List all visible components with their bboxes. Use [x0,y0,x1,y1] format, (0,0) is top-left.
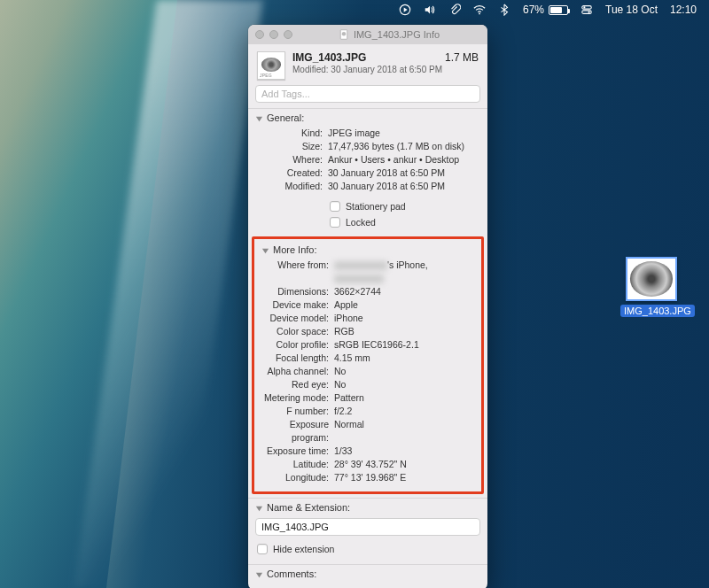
svg-point-7 [588,12,590,13]
chevron-down-icon [255,570,263,578]
longitude-value: 77° 13' 19.968" E [332,471,472,484]
exposure-program-label: Exposure program: [263,418,332,445]
bluetooth-icon[interactable] [498,4,510,16]
name-ext-heading: Name & Extension: [267,502,350,513]
metering-mode-label: Metering mode: [263,391,332,405]
name-extension-value: IMG_1403.JPG [261,522,329,532]
svg-point-5 [583,6,585,8]
stationery-checkbox[interactable] [330,201,340,212]
more-info-heading: More Info: [273,244,317,255]
window-title: IMG_1403.JPG Info [354,29,440,40]
kind-label: Kind: [257,127,326,140]
svg-marker-10 [256,116,262,120]
control-center-icon[interactable] [580,4,593,16]
battery-percent: 67% [523,4,544,16]
paperclip-icon[interactable] [448,4,461,16]
latitude-label: Latitude: [263,458,332,471]
section-general: General: Kind:JPEG image Size:17,47,936 … [248,108,487,237]
exposure-program-value: Normal [332,418,472,445]
comments-disclosure[interactable]: Comments: [248,565,487,581]
close-button[interactable] [255,30,264,39]
where-from-value: 's iPhone, [332,259,472,285]
device-make-value: Apple [332,298,472,312]
svg-marker-12 [256,506,262,510]
file-preview-icon [257,51,285,80]
wifi-icon[interactable] [473,4,486,16]
where-value: Ankur • Users • ankur • Desktop [326,153,479,166]
device-model-value: iPhone [332,312,472,325]
redacted [334,275,384,283]
chevron-down-icon [261,246,269,254]
more-info-highlight: More Info: Where from: 's iPhone, Dimens… [252,236,484,494]
hide-extension-checkbox[interactable] [257,544,268,554]
color-profile-value: sRGB IEC61966-2.1 [332,338,472,352]
titlebar[interactable]: IMG_1403.JPG Info [248,25,487,44]
menubar: 67% Tue 18 Oct 12:10 [386,0,709,19]
stationery-label: Stationery pad [346,198,406,214]
redacted [334,261,387,270]
size-label: Size: [257,140,326,153]
desktop[interactable]: 67% Tue 18 Oct 12:10 IMG_1403.JPG IMG_14… [0,0,709,588]
menubar-time[interactable]: 12:10 [670,4,697,16]
where-label: Where: [257,153,326,166]
menubar-date[interactable]: Tue 18 Oct [605,4,658,16]
section-name-extension: Name & Extension: IMG_1403.JPG Hide exte… [248,498,487,564]
name-ext-disclosure[interactable]: Name & Extension: [248,499,487,514]
locked-label: Locked [346,214,376,230]
file-thumbnail [626,257,677,301]
chevron-down-icon [255,504,263,512]
red-eye-value: No [332,378,472,391]
device-make-label: Device make: [263,298,332,312]
hide-extension-label: Hide extension [273,541,334,557]
color-profile-label: Color profile: [263,338,332,352]
section-comments: Comments: [248,564,487,588]
volume-icon[interactable] [424,4,436,16]
dimensions-value: 3662×2744 [332,285,472,298]
size-value: 17,47,936 bytes (1.7 MB on disk) [326,140,479,153]
exposure-time-value: 1/33 [332,445,472,458]
modified-value: 30 January 2018 at 6:50 PM [326,180,479,193]
general-heading: General: [267,112,304,123]
modified-label: Modified: [257,180,326,193]
color-space-value: RGB [332,325,472,338]
file-label: IMG_1403.JPG [620,305,695,317]
svg-marker-2 [425,6,430,14]
name-extension-input[interactable]: IMG_1403.JPG [255,518,480,536]
f-number-label: F number: [263,405,332,418]
alpha-channel-value: No [332,365,472,378]
get-info-window: IMG_1403.JPG Info IMG_1403.JPG Modified:… [248,25,487,588]
battery-status[interactable]: 67% [523,4,568,16]
svg-point-9 [342,32,347,36]
traffic-lights [255,30,292,39]
battery-icon [549,5,568,15]
color-space-label: Color space: [263,325,332,338]
minimize-button[interactable] [269,30,278,39]
svg-marker-13 [256,572,262,576]
red-eye-label: Red eye: [263,378,332,391]
desktop-file[interactable]: IMG_1403.JPG [620,257,682,317]
title-doc-icon [339,29,349,40]
comments-heading: Comments: [267,569,316,579]
focal-length-value: 4.15 mm [332,352,472,365]
general-disclosure[interactable]: General: [248,109,487,125]
focal-length-label: Focal length: [263,352,332,365]
svg-marker-1 [404,7,408,12]
svg-point-3 [479,13,480,15]
metering-mode-value: Pattern [332,391,472,405]
created-value: 30 January 2018 at 6:50 PM [326,166,479,180]
more-info-disclosure[interactable]: More Info: [254,239,481,257]
dimensions-label: Dimensions: [263,285,332,298]
play-icon[interactable] [399,4,411,16]
info-header: IMG_1403.JPG Modified: 30 January 2018 a… [248,44,487,85]
zoom-button[interactable] [284,30,292,39]
longitude-label: Longitude: [263,471,332,484]
chevron-down-icon [255,114,263,122]
latitude-value: 28° 39' 43.752" N [332,458,472,471]
tags-input[interactable]: Add Tags... [255,85,480,103]
kind-value: JPEG image [326,127,479,140]
tags-placeholder: Add Tags... [261,89,310,99]
where-from-label: Where from: [263,259,332,285]
created-label: Created: [257,166,326,180]
header-size: 1.7 MB [445,51,479,64]
locked-checkbox[interactable] [330,217,340,228]
